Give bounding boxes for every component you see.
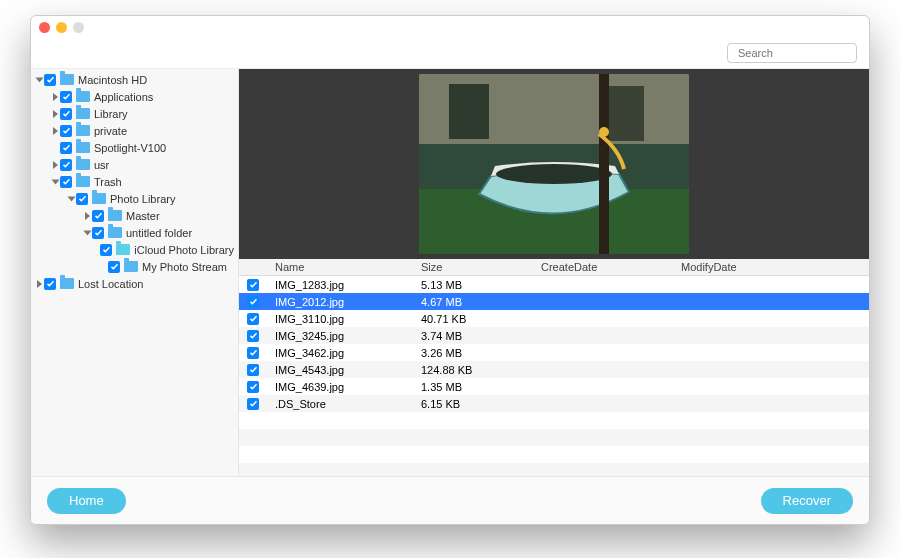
col-modify[interactable]: ModifyDate (681, 261, 869, 273)
empty-row (239, 412, 869, 429)
tree-item[interactable]: Master (31, 207, 238, 224)
disclosure-icon[interactable] (53, 127, 58, 135)
folder-icon (124, 261, 138, 272)
search-input[interactable] (738, 47, 870, 59)
minimize-icon[interactable] (56, 22, 67, 33)
tree-item[interactable]: Photo Library (31, 190, 238, 207)
tree-item-label: Lost Location (78, 278, 143, 290)
file-row[interactable]: IMG_2012.jpg4.67 MB (239, 293, 869, 310)
checkbox-icon[interactable] (76, 193, 88, 205)
disclosure-icon[interactable] (85, 212, 90, 220)
checkbox-icon[interactable] (247, 364, 259, 376)
col-name[interactable]: Name (271, 261, 421, 273)
file-table: Name Size CreateDate ModifyDate IMG_1283… (239, 259, 869, 476)
checkbox-icon[interactable] (108, 261, 120, 273)
tree-item-label: untitled folder (126, 227, 192, 239)
preview-image (419, 74, 689, 254)
sidebar-tree[interactable]: Macintosh HDApplicationsLibraryprivateSp… (31, 69, 239, 476)
checkbox-icon[interactable] (44, 74, 56, 86)
checkbox-icon[interactable] (247, 313, 259, 325)
empty-row (239, 429, 869, 446)
tree-item-label: Applications (94, 91, 153, 103)
file-size: 1.35 MB (421, 381, 541, 393)
file-name: IMG_4543.jpg (271, 364, 421, 376)
checkbox-icon[interactable] (247, 296, 259, 308)
folder-icon (60, 74, 74, 85)
file-name: IMG_3245.jpg (271, 330, 421, 342)
disclosure-icon[interactable] (37, 280, 42, 288)
checkbox-icon[interactable] (60, 176, 72, 188)
file-row[interactable]: IMG_3462.jpg3.26 MB (239, 344, 869, 361)
checkbox-icon[interactable] (247, 330, 259, 342)
tree-item-label: Photo Library (110, 193, 175, 205)
disclosure-icon[interactable] (36, 77, 44, 82)
tree-item-label: My Photo Stream (142, 261, 227, 273)
checkbox-icon[interactable] (247, 347, 259, 359)
file-size: 40.71 KB (421, 313, 541, 325)
close-icon[interactable] (39, 22, 50, 33)
disclosure-icon[interactable] (53, 93, 58, 101)
disclosure-icon[interactable] (68, 196, 76, 201)
checkbox-icon[interactable] (247, 381, 259, 393)
zoom-icon[interactable] (73, 22, 84, 33)
file-row[interactable]: IMG_4543.jpg124.88 KB (239, 361, 869, 378)
folder-icon (108, 210, 122, 221)
folder-icon (76, 91, 90, 102)
checkbox-icon[interactable] (60, 125, 72, 137)
file-row[interactable]: IMG_3110.jpg40.71 KB (239, 310, 869, 327)
checkbox-icon[interactable] (247, 279, 259, 291)
tree-item[interactable]: Applications (31, 88, 238, 105)
tree-item-label: Master (126, 210, 160, 222)
tree-item[interactable]: private (31, 122, 238, 139)
folder-icon (116, 244, 130, 255)
svg-point-8 (496, 164, 612, 184)
tree-item[interactable]: Library (31, 105, 238, 122)
tree-item[interactable]: Spotlight-V100 (31, 139, 238, 156)
file-row[interactable]: IMG_4639.jpg1.35 MB (239, 378, 869, 395)
folder-icon (108, 227, 122, 238)
checkbox-icon[interactable] (92, 210, 104, 222)
file-row[interactable]: .DS_Store6.15 KB (239, 395, 869, 412)
folder-icon (76, 108, 90, 119)
checkbox-icon[interactable] (60, 159, 72, 171)
disclosure-icon[interactable] (52, 179, 60, 184)
checkbox-icon[interactable] (60, 142, 72, 154)
home-button[interactable]: Home (47, 488, 126, 514)
svg-rect-9 (599, 74, 609, 254)
tree-item[interactable]: untitled folder (31, 224, 238, 241)
search-field[interactable] (727, 43, 857, 63)
checkbox-icon[interactable] (60, 91, 72, 103)
file-size: 6.15 KB (421, 398, 541, 410)
disclosure-icon[interactable] (53, 110, 58, 118)
col-create[interactable]: CreateDate (541, 261, 681, 273)
checkbox-icon[interactable] (44, 278, 56, 290)
tree-item[interactable]: Macintosh HD (31, 71, 238, 88)
file-row[interactable]: IMG_3245.jpg3.74 MB (239, 327, 869, 344)
tree-item[interactable]: iCloud Photo Library (31, 241, 238, 258)
file-name: IMG_3110.jpg (271, 313, 421, 325)
empty-row (239, 446, 869, 463)
file-name: .DS_Store (271, 398, 421, 410)
folder-icon (76, 125, 90, 136)
disclosure-icon[interactable] (53, 161, 58, 169)
tree-item[interactable]: Trash (31, 173, 238, 190)
tree-item[interactable]: usr (31, 156, 238, 173)
tree-item-label: Macintosh HD (78, 74, 147, 86)
tree-item-label: Spotlight-V100 (94, 142, 166, 154)
tree-item[interactable]: Lost Location (31, 275, 238, 292)
file-name: IMG_3462.jpg (271, 347, 421, 359)
col-size[interactable]: Size (421, 261, 541, 273)
checkbox-icon[interactable] (92, 227, 104, 239)
tree-item[interactable]: My Photo Stream (31, 258, 238, 275)
checkbox-icon[interactable] (247, 398, 259, 410)
app-window: Macintosh HDApplicationsLibraryprivateSp… (30, 15, 870, 525)
file-row[interactable]: IMG_1283.jpg5.13 MB (239, 276, 869, 293)
disclosure-icon[interactable] (84, 230, 92, 235)
titlebar (31, 16, 869, 38)
folder-icon (60, 278, 74, 289)
folder-icon (76, 176, 90, 187)
file-size: 5.13 MB (421, 279, 541, 291)
recover-button[interactable]: Recover (761, 488, 853, 514)
checkbox-icon[interactable] (60, 108, 72, 120)
checkbox-icon[interactable] (100, 244, 112, 256)
